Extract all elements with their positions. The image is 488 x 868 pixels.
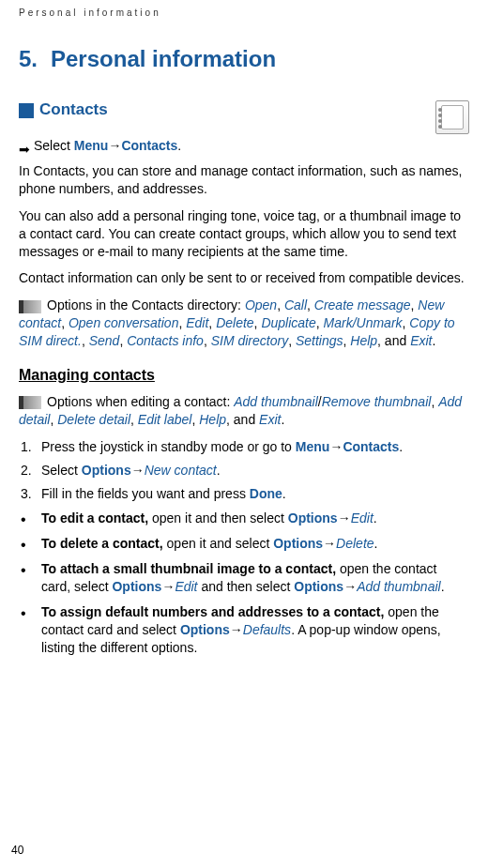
bullet-delete-end: . (374, 536, 378, 551)
step-1-text: Press the joystick in standby mode or go… (41, 439, 296, 454)
opt-edit-item: Delete detail (57, 412, 130, 427)
opt-item: Help (350, 333, 377, 348)
bullet-edit-end: . (374, 510, 377, 525)
nav-instruction: Select Menu→Contacts. (19, 138, 469, 153)
bullet-thumb-arrow2: → (343, 579, 357, 594)
opt-last: Exit (410, 333, 432, 348)
nav-arrow: → (108, 138, 121, 153)
nav-suffix: . (177, 138, 181, 153)
bullet-thumb-end: . (441, 579, 445, 594)
opt-item: Send (89, 333, 120, 348)
chapter-title: Personal information (51, 46, 276, 72)
bullet-edit-opt: Options (288, 510, 338, 525)
opt-edit-item: Edit label (138, 412, 192, 427)
nav-prefix: Select (34, 138, 74, 153)
bullet-defaults: To assign default numbers and addresses … (19, 603, 469, 657)
bullet-thumb-t1: Edit (175, 579, 197, 594)
bullet-thumb-arrow1: → (161, 579, 175, 594)
note-icon (19, 300, 41, 313)
section-heading: Contacts (19, 100, 108, 119)
step-2-target: New contact (145, 463, 217, 478)
opt-item: Contacts info (127, 333, 204, 348)
bullet-edit-bold: To edit a contact, (41, 510, 148, 525)
nav-menu: Menu (74, 138, 109, 153)
step-1-arrow: → (329, 439, 343, 454)
step-1-end: . (399, 439, 403, 454)
bullet-delete-opt: Options (273, 536, 323, 551)
bullet-thumb-t2: Add thumbnail (357, 579, 441, 594)
opt-item: Create message (314, 297, 411, 312)
bullet-edit-arrow: → (338, 510, 351, 525)
bullet-thumb-mid: and then select (198, 579, 295, 594)
bullet-delete-text: open it and select (163, 536, 274, 551)
bullet-delete: To delete a contact, open it and select … (19, 535, 469, 553)
opt-edit-last: Exit (259, 412, 281, 427)
step-1-target: Contacts (343, 439, 399, 454)
running-header: Personal information (19, 8, 469, 18)
opt-item: Edit (186, 315, 208, 330)
bullets-list: To edit a contact, open it and then sele… (19, 510, 469, 656)
opt-item: Settings (296, 333, 343, 348)
bullet-thumb-opt2: Options (294, 579, 343, 594)
bullet-delete-target: Delete (336, 536, 374, 551)
opt-and: , and (377, 333, 410, 348)
opt-edit-item: Help (199, 412, 226, 427)
step-2-options: Options (82, 463, 131, 478)
bullet-def-target: Defaults (243, 622, 291, 637)
step-1: Press the joystick in standby mode or go… (19, 438, 469, 456)
bullet-edit-text: open it and then select (148, 510, 288, 525)
paragraph-ringtone: You can also add a personal ringing tone… (19, 207, 469, 261)
step-3-done: Done (250, 486, 282, 501)
step-2-end: . (217, 463, 221, 478)
step-2-text: Select (41, 463, 82, 478)
bullet-def-opt: Options (180, 622, 230, 637)
bullet-def-arrow: → (230, 622, 243, 637)
step-3-end: . (282, 486, 286, 501)
options-edit-prefix: Options when editing a contact: (47, 394, 234, 409)
opt-edit-end: . (281, 412, 284, 427)
opt-item: Call (284, 297, 307, 312)
bullet-edit-target: Edit (351, 510, 374, 525)
bullet-delete-arrow: → (323, 536, 336, 551)
step-3: Fill in the fields you want and press Do… (19, 485, 469, 503)
opt-item: Duplicate (261, 315, 315, 330)
arrow-right-icon (19, 142, 34, 151)
step-2-arrow: → (131, 463, 145, 478)
paragraph-compat: Contact information can only be sent to … (19, 269, 469, 287)
bullet-def-bold: To assign default numbers and addresses … (41, 604, 384, 619)
opt-pair-b: Remove thumbnail (322, 394, 432, 409)
opt-item: SIM directory (211, 333, 288, 348)
subsection-heading: Managing contacts (19, 367, 469, 384)
opt-pair-a: Add thumbnail (234, 394, 318, 409)
section-title: Contacts (39, 100, 108, 118)
opt-item: Open conversation (69, 315, 179, 330)
chapter-number: 5. (19, 46, 38, 72)
bullet-delete-bold: To delete a contact, (41, 536, 163, 551)
options-edit-note: Options when editing a contact: Add thum… (19, 393, 469, 429)
bullet-edit: To edit a contact, open it and then sele… (19, 510, 469, 527)
nav-target: Contacts (121, 138, 177, 153)
paragraph-intro: In Contacts, you can store and manage co… (19, 162, 469, 198)
page-number: 40 (11, 844, 23, 857)
options-directory-note: Options in the Contacts directory: Open,… (19, 297, 469, 350)
note-icon (19, 396, 41, 409)
step-3-text: Fill in the fields you want and press (41, 486, 250, 501)
section-marker-icon (19, 103, 34, 118)
bullet-thumbnail: To attach a small thumbnail image to a c… (19, 560, 469, 596)
chapter-heading: 5. Personal information (19, 46, 469, 72)
opt-item: Open (245, 297, 277, 312)
opt-edit-and: , and (226, 412, 259, 427)
steps-list: Press the joystick in standby mode or go… (19, 438, 469, 503)
step-2: Select Options→New contact. (19, 462, 469, 480)
step-1-menu: Menu (296, 439, 330, 454)
opt-item: Mark/Unmark (324, 315, 403, 330)
options-dir-prefix: Options in the Contacts directory: (47, 297, 245, 312)
bullet-thumb-opt1: Options (112, 579, 161, 594)
opt-end: . (432, 333, 435, 348)
opt-item: Delete (216, 315, 253, 330)
contacts-icon (435, 100, 469, 134)
bullet-thumb-bold: To attach a small thumbnail image to a c… (41, 561, 336, 576)
